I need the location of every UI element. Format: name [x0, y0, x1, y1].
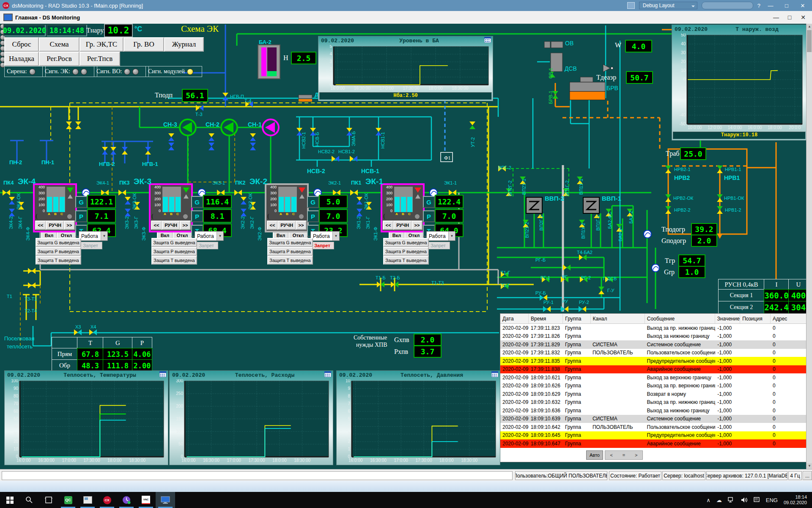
table-row[interactable]: 2020-02-0918:09:10.639ГруппаСИСТЕМАСисте… — [500, 415, 807, 423]
gauge-mode-button[interactable]: РУЧН — [162, 221, 180, 230]
start-button[interactable] — [0, 492, 19, 508]
gauge-mode-button[interactable]: РУЧН — [46, 221, 64, 230]
table-row[interactable]: 2020-02-0918:09:10.629ГруппаВозврат в но… — [500, 390, 807, 398]
gauge-prev-button[interactable]: << — [151, 221, 162, 230]
ek-protection-button[interactable]: Защита Р выведена — [267, 247, 313, 256]
gauge-mode-button[interactable]: РУЧН — [393, 221, 412, 230]
scroll-up-arrow[interactable]: ▲ — [807, 24, 812, 30]
ek-inhibit-button[interactable]: Запрет — [426, 242, 450, 249]
ek-state-dropdown[interactable]: Работа▼ — [195, 231, 224, 241]
ek-protection-button[interactable]: Защита Р выведена — [151, 247, 197, 256]
table-row[interactable]: 2020-02-0918:09:10.647ГруппаАварийное со… — [500, 439, 807, 448]
ek-state-dropdown[interactable]: Работа▼ — [79, 231, 108, 241]
gauge-next-button[interactable]: >> — [411, 221, 422, 230]
debug-layout-dropdown[interactable]: Debug Layout — [639, 2, 697, 9]
log-column-header[interactable]: Время — [529, 314, 563, 323]
ek-protection-button[interactable]: Защита G выведена — [267, 238, 313, 247]
ek-protection-button[interactable]: Защита Т выведена — [36, 256, 81, 265]
table-row[interactable]: 2020-02-0918:09:10.645ГруппаПредупредите… — [500, 431, 807, 440]
table-row[interactable]: 2020-02-0918:09:10.626ГруппаВыход за пр.… — [500, 382, 807, 390]
ek-state-dropdown[interactable]: Работа▼ — [426, 231, 455, 241]
menu-button-8[interactable]: Рег.Тпсв — [80, 52, 120, 66]
search-icon[interactable] — [19, 492, 39, 508]
ek-protection-button[interactable]: Защита Р выведена — [36, 247, 81, 256]
log-column-header[interactable]: Адрес — [771, 314, 807, 323]
task-view-button[interactable] — [39, 492, 58, 508]
ek-protection-button[interactable]: Защита G выведена — [36, 238, 81, 247]
log-column-header[interactable]: Дата — [500, 314, 529, 323]
ek-protection-button[interactable]: Защита Т выведена — [151, 256, 197, 265]
help-button[interactable]: ? — [757, 3, 760, 9]
tray-clock[interactable]: 18:14 09.02.2020 — [784, 494, 807, 505]
menu-button-6[interactable]: Наладка — [4, 52, 39, 66]
gauge-prev-button[interactable]: << — [35, 221, 46, 230]
maximize-button[interactable]: □ — [781, 3, 793, 9]
taskbar-app-qc[interactable]: QC — [58, 492, 78, 508]
taskbar-app-rad-studio[interactable]: CX — [97, 492, 117, 508]
menu-button-7[interactable]: Рег.Росв — [39, 52, 80, 66]
ek-protection-button[interactable]: Защита G выведена — [383, 238, 429, 247]
app-minimize-button[interactable]: — — [770, 14, 782, 21]
search-input[interactable] — [702, 2, 753, 9]
taskbar-app-window[interactable] — [78, 492, 97, 508]
tray-language[interactable]: ENG — [766, 497, 778, 503]
log-column-header[interactable]: Значение — [715, 314, 741, 323]
log-column-header[interactable]: Позиция — [740, 314, 771, 323]
scroll-thumb[interactable] — [807, 30, 812, 52]
pager-prev-button[interactable]: < — [605, 451, 617, 459]
tray-notification-icon[interactable] — [754, 497, 760, 503]
tray-network-icon[interactable] — [728, 497, 735, 503]
table-row[interactable]: 2020-02-0917:39:11.829ГруппаСИСТЕМАСисте… — [500, 340, 807, 349]
log-column-header[interactable]: Канал — [591, 314, 645, 323]
ek-state-dropdown[interactable]: Работа▼ — [310, 231, 340, 241]
taskbar-app-vnc[interactable]: VNC — [136, 492, 156, 508]
status-more-button[interactable]: ... — [803, 471, 812, 480]
menu-button-4[interactable]: Гр. ВО — [123, 37, 164, 52]
menu-button-1[interactable]: Сброс — [4, 37, 39, 52]
table-row[interactable]: 2020-02-0917:39:11.826ГруппаВыход за ниж… — [500, 332, 807, 341]
close-button[interactable]: ✕ — [797, 3, 809, 9]
table-row[interactable]: 2020-02-0918:09:10.632ГруппаВыход за пр.… — [500, 398, 807, 407]
app-maximize-button[interactable]: □ — [783, 14, 796, 21]
pager-next-button[interactable]: > — [630, 451, 642, 459]
pager-equal-button[interactable]: = — [617, 451, 630, 459]
gauge-next-button[interactable]: >> — [180, 221, 191, 230]
log-column-header[interactable]: Группа — [563, 314, 590, 323]
table-row[interactable]: 2020-02-0917:39:11.835ГруппаПредупредите… — [500, 357, 807, 365]
vertical-scrollbar[interactable]: ▲ ▼ — [806, 24, 812, 469]
auto-button[interactable]: Авто — [586, 450, 603, 460]
table-row[interactable]: 2020-02-0917:39:11.823ГруппаВыход за пр.… — [500, 324, 807, 332]
tray-cloud-icon[interactable]: ☁ — [716, 497, 722, 503]
ek-protection-button[interactable]: Защита Т выведена — [383, 256, 429, 265]
table-row[interactable]: 2020-02-0918:09:10.621ГруппаВыход за вер… — [500, 373, 807, 382]
layout-icon[interactable] — [627, 2, 635, 9]
gauge-prev-button[interactable]: << — [267, 221, 278, 230]
table-row[interactable]: 2020-02-0918:09:10.636ГруппаВыход за ниж… — [500, 406, 807, 415]
gauge-next-button[interactable]: >> — [296, 221, 307, 230]
calendar-icon[interactable] — [491, 371, 500, 379]
ek-inhibit-button[interactable]: Запрет — [310, 242, 334, 249]
taskbar-app-ds-monitoring[interactable] — [156, 492, 175, 508]
ek-inhibit-button[interactable]: Запрет — [79, 242, 102, 249]
menu-button-2[interactable]: Схема — [39, 37, 80, 52]
calendar-icon[interactable] — [324, 371, 333, 379]
menu-button-5[interactable]: Журнал — [164, 37, 204, 52]
app-close-button[interactable]: ✕ — [797, 14, 809, 21]
menu-button-3[interactable]: Гр. ЭК,ТС — [80, 37, 123, 52]
table-row[interactable]: 2020-02-0918:09:10.642ГруппаПОЛЬЗОВАТЕЛЬ… — [500, 423, 807, 431]
tray-chevron-icon[interactable]: ∧ — [706, 497, 710, 503]
tray-volume-icon[interactable] — [741, 497, 748, 503]
gauge-mode-button[interactable]: РУЧН — [277, 221, 296, 230]
ek-protection-button[interactable]: Защита Т выведена — [267, 256, 313, 265]
gauge-next-button[interactable]: >> — [64, 221, 75, 230]
table-row[interactable]: 2020-02-0917:39:11.838ГруппаАварийное со… — [500, 365, 807, 374]
ek-protection-button[interactable]: Защита Р выведена — [383, 247, 429, 256]
table-row[interactable]: 2020-02-0917:39:11.832ГруппаПОЛЬЗОВАТЕЛЬ… — [500, 349, 807, 357]
log-column-header[interactable]: Сообщение — [645, 314, 715, 323]
calendar-icon[interactable] — [484, 37, 493, 44]
calendar-icon[interactable] — [159, 371, 168, 379]
ek-inhibit-button[interactable]: Запрет — [195, 242, 218, 249]
scroll-down-arrow[interactable]: ▼ — [807, 463, 812, 469]
ek-protection-button[interactable]: Защита G выведена — [151, 238, 197, 247]
minimize-button[interactable]: — — [765, 3, 776, 9]
